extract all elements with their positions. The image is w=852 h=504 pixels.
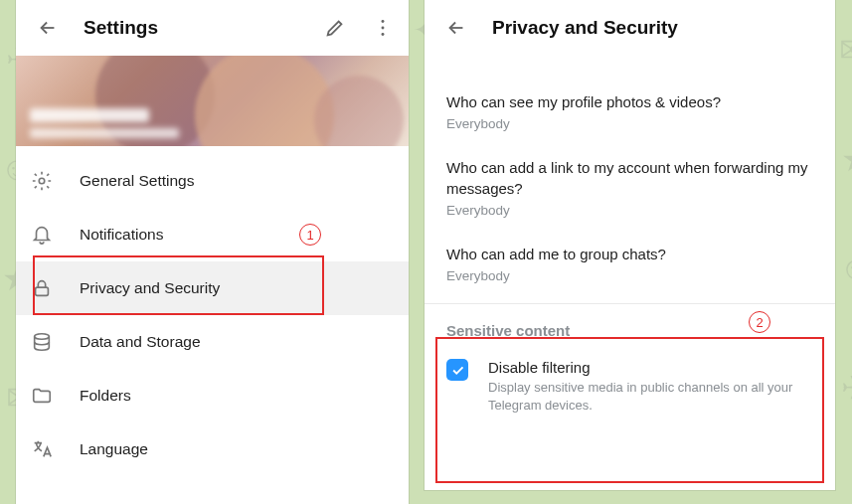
database-icon — [30, 331, 54, 353]
privacy-row-forward-link[interactable]: Who can add a link to my account when fo… — [425, 145, 835, 232]
privacy-value: Everybody — [446, 268, 813, 283]
svg-point-2 — [382, 33, 385, 36]
menu-item-general[interactable]: General Settings — [16, 154, 409, 208]
menu-label: Language — [80, 440, 148, 458]
privacy-value: Everybody — [446, 203, 813, 218]
profile-name-blurred — [30, 108, 179, 138]
menu-label: Folders — [80, 387, 131, 405]
privacy-title: Privacy and Security — [492, 17, 821, 39]
folder-icon — [30, 385, 54, 407]
settings-title: Settings — [84, 17, 299, 39]
settings-header: Settings — [16, 0, 409, 56]
language-icon — [30, 438, 54, 460]
lock-icon — [30, 277, 54, 299]
menu-item-folders[interactable]: Folders — [16, 369, 409, 422]
more-vertical-icon — [372, 17, 394, 39]
disable-filtering-title: Disable filtering — [488, 359, 813, 376]
svg-point-1 — [382, 27, 385, 30]
disable-filtering-checkbox[interactable] — [446, 359, 468, 381]
svg-rect-4 — [36, 287, 49, 295]
sensitive-section-title: Sensitive content — [425, 304, 835, 349]
menu-label: Notifications — [80, 226, 163, 244]
disable-filtering-desc: Display sensitive media in public channe… — [488, 379, 813, 414]
pencil-icon — [324, 17, 346, 39]
check-icon — [450, 363, 465, 378]
svg-point-3 — [39, 178, 45, 184]
privacy-panel: Privacy and Security Who can see my prof… — [425, 0, 835, 490]
menu-item-privacy[interactable]: Privacy and Security — [16, 261, 409, 315]
arrow-left-icon — [445, 17, 467, 39]
menu-label: Data and Storage — [80, 333, 201, 351]
privacy-header: Privacy and Security — [425, 0, 835, 56]
back-button[interactable] — [438, 10, 474, 46]
privacy-value: Everybody — [446, 116, 813, 131]
svg-point-0 — [382, 20, 385, 23]
disable-filtering-row[interactable]: Disable filtering Display sensitive medi… — [425, 349, 835, 431]
arrow-left-icon — [37, 17, 59, 39]
privacy-row-group-chats[interactable]: Who can add me to group chats? Everybody — [425, 232, 835, 297]
settings-menu: General Settings Notifications Privacy a… — [16, 146, 409, 476]
menu-item-notifications[interactable]: Notifications — [16, 208, 409, 261]
profile-banner[interactable] — [16, 56, 409, 146]
bell-icon — [30, 224, 54, 246]
svg-point-5 — [35, 334, 50, 340]
gear-icon — [30, 170, 54, 192]
more-button[interactable] — [371, 10, 395, 46]
privacy-question: Who can add a link to my account when fo… — [446, 158, 813, 199]
back-button[interactable] — [30, 10, 66, 46]
menu-label: Privacy and Security — [80, 279, 220, 297]
menu-item-language[interactable]: Language — [16, 422, 409, 476]
settings-panel: Settings General Settings Notifications … — [16, 0, 409, 504]
edit-button[interactable] — [317, 10, 353, 46]
menu-item-data-storage[interactable]: Data and Storage — [16, 315, 409, 369]
menu-label: General Settings — [80, 172, 194, 190]
privacy-question: Who can add me to group chats? — [446, 245, 813, 264]
privacy-row-profile-photos[interactable]: Who can see my profile photos & videos? … — [425, 80, 835, 145]
privacy-question: Who can see my profile photos & videos? — [446, 92, 813, 112]
